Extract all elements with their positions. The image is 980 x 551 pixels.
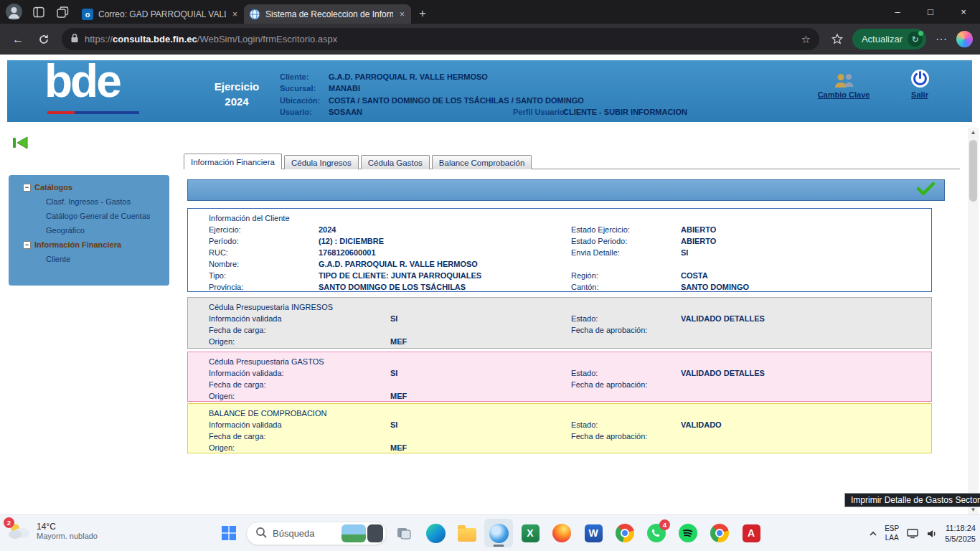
tree-item-informacion-financiera[interactable]: − Información Financiera <box>9 237 169 252</box>
tray-chevron-icon[interactable] <box>869 531 877 537</box>
weather-widget[interactable]: 2 14°C Mayorm. nublado <box>6 521 98 541</box>
chrome-alt-icon[interactable] <box>705 519 734 547</box>
cambio-clave-link[interactable]: Cambio Clave <box>804 72 884 99</box>
bde-logo: bde <box>44 55 120 108</box>
field-label: Fecha de carga: <box>209 324 390 336</box>
back-icon[interactable]: ← <box>7 29 29 50</box>
favorite-star-icon[interactable]: ☆ <box>801 33 810 46</box>
field-value <box>390 430 571 442</box>
field-label: Fecha de carga: <box>209 379 390 390</box>
tab-informacion-financiera[interactable]: Información Financiera <box>184 154 282 169</box>
tree-item-catalogos[interactable]: − Catálogos <box>9 180 169 194</box>
copilot-icon[interactable] <box>956 31 973 47</box>
refresh-icon[interactable] <box>33 29 55 50</box>
language-indicator[interactable]: ESP LAA <box>885 524 899 542</box>
green-back-arrow-icon[interactable] <box>11 136 29 153</box>
firefox-icon[interactable] <box>547 519 576 547</box>
close-window-button[interactable]: × <box>947 0 980 24</box>
ejercicio-block: Ejercicio 2024 <box>210 79 263 109</box>
content-tabstrip: Información Financiera Cédula Ingresos C… <box>184 154 532 169</box>
outlook-favicon: o <box>82 9 93 20</box>
field-value <box>681 379 925 390</box>
field-label <box>571 390 681 402</box>
field-value: COSTA <box>681 270 925 281</box>
field-label: Información validada <box>209 419 390 430</box>
field-value: SI <box>390 313 571 324</box>
tab-cedula-gastos[interactable]: Cédula Gastos <box>361 155 430 169</box>
url-domain: consulta.bde.fin.ec <box>113 34 197 44</box>
info-row: Provincia:SANTO DOMINGO DE LOS TSÁCHILAS… <box>209 281 925 292</box>
search-highlight-icon[interactable] <box>367 524 383 542</box>
taskbar-center: Búsqueda X W 4 A <box>215 519 765 547</box>
validated-check-icon[interactable] <box>915 182 936 199</box>
spotify-icon[interactable] <box>674 519 702 547</box>
whatsapp-icon[interactable]: 4 <box>642 519 671 547</box>
tree-item-clasf-ingresos-gastos[interactable]: Clasf. Ingresos - Gastos <box>9 194 169 209</box>
sidebar-panel-icon[interactable] <box>32 5 46 19</box>
client-header-fields: Cliente: G.A.D. PARROQUIAL R. VALLE HERM… <box>280 71 687 118</box>
tree-item-geografico[interactable]: Geográfico <box>9 223 169 237</box>
browser-tab-sistema[interactable]: Sistema de Recoleccion de Inform × <box>244 4 411 24</box>
tree-label: Geográfico <box>46 226 85 235</box>
perfil-label: Perfil Usuario: <box>513 106 563 118</box>
edge-active-icon[interactable] <box>484 519 513 547</box>
tab-cedula-ingresos[interactable]: Cédula Ingresos <box>284 155 359 169</box>
clock[interactable]: 11:18:24 5/5/2025 <box>945 523 976 544</box>
word-icon[interactable]: W <box>579 519 608 547</box>
taskbar: 2 14°C Mayorm. nublado Búsqueda <box>0 514 980 551</box>
field-label <box>571 258 681 270</box>
field-value <box>681 442 925 453</box>
tree-item-catalogo-general-cuentas[interactable]: Catálogo General de Cuentas <box>9 209 169 223</box>
close-tab-icon[interactable]: × <box>231 9 239 19</box>
perfil-value: CLIENTE - SUBIR INFORMACION <box>563 106 687 118</box>
maximize-button[interactable]: □ <box>914 0 947 24</box>
field-value <box>681 336 925 347</box>
field-value: 1768120600001 <box>319 247 571 258</box>
excel-icon[interactable]: X <box>516 519 545 547</box>
file-explorer-icon[interactable] <box>453 519 481 547</box>
tab-label: Balance Comprobación <box>439 159 525 167</box>
search-highlight-image[interactable] <box>341 524 366 542</box>
info-row: Origen:MEF <box>209 390 925 402</box>
close-tab-icon[interactable]: × <box>398 9 406 19</box>
new-tab-button[interactable]: + <box>411 6 434 21</box>
titlebar-left <box>0 4 77 20</box>
taskbar-search[interactable]: Búsqueda <box>246 522 387 545</box>
field-label: Origen: <box>209 390 390 402</box>
task-view-icon[interactable] <box>390 519 418 547</box>
start-button[interactable] <box>215 519 243 547</box>
salir-link[interactable]: Salir <box>899 69 941 99</box>
field-label: Fecha de carga: <box>209 430 390 442</box>
sucursal-label: Sucursal: <box>280 83 329 94</box>
scroll-up-icon[interactable]: ▲ <box>968 129 979 136</box>
chrome-icon[interactable] <box>611 519 639 547</box>
sucursal-value: MANABI <box>329 83 360 94</box>
address-bar[interactable]: https://consulta.bde.fin.ec/WebSim/Login… <box>62 28 819 50</box>
field-value: MEF <box>390 390 571 402</box>
field-label: Estado Ejercicio: <box>571 224 681 235</box>
language-code: ESP <box>885 524 899 534</box>
tree-item-cliente[interactable]: Cliente <box>9 252 169 266</box>
minimize-button[interactable]: – <box>881 0 914 24</box>
tab-actions-icon[interactable] <box>55 5 70 19</box>
browser-tab-mail[interactable]: o Correo: GAD PARROQUIAL VALLE × <box>77 4 244 24</box>
profile-avatar-icon[interactable] <box>6 4 22 20</box>
network-icon[interactable] <box>906 528 919 539</box>
scrollbar-thumb[interactable] <box>969 140 977 202</box>
field-label: Estado Periodo: <box>571 235 681 247</box>
acrobat-icon[interactable]: A <box>737 519 765 547</box>
actualizar-button[interactable]: Actualizar ↻ <box>852 29 926 50</box>
info-row: Origen:MEF <box>209 336 925 347</box>
edge-icon[interactable] <box>421 519 450 547</box>
actualizar-label: Actualizar <box>862 34 903 44</box>
volume-icon[interactable] <box>926 529 938 539</box>
favorites-icon[interactable] <box>826 29 848 50</box>
scroll-down-icon[interactable]: ▼ <box>968 507 979 513</box>
page-scrollbar[interactable]: ▲ ▼ <box>968 128 979 514</box>
tab-balance-comprobacion[interactable]: Balance Comprobación <box>432 155 532 169</box>
collapse-icon[interactable]: − <box>23 184 31 192</box>
more-menu-icon[interactable]: ··· <box>930 29 952 50</box>
collapse-icon[interactable]: − <box>23 241 31 249</box>
field-value <box>681 390 925 402</box>
field-label: Fecha de aprobación: <box>571 379 681 390</box>
